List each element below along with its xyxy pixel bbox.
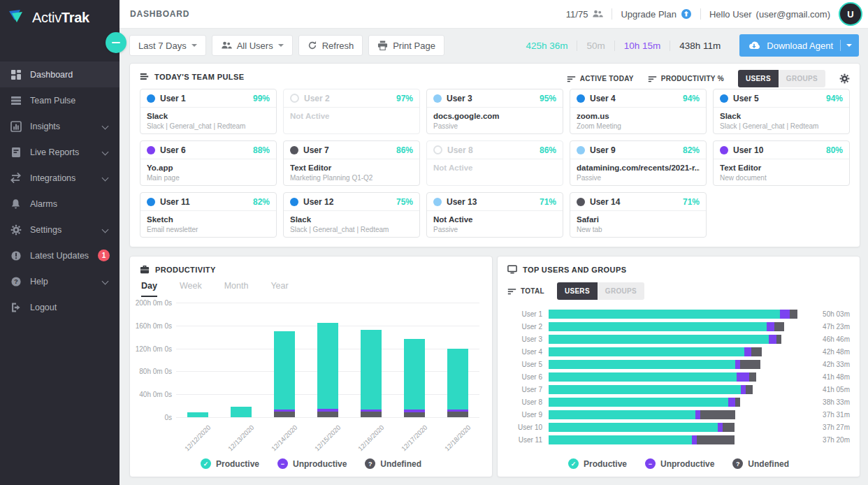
legend-unproductive-icon: − <box>645 458 656 469</box>
sidebar-item-team-pulse[interactable]: Team Pulse <box>0 87 120 113</box>
top-user-row[interactable]: User 838h 33m <box>507 398 850 407</box>
pulse-tile[interactable]: User 594%SlackSlack | General_chat | Red… <box>713 89 850 134</box>
refresh-label: Refresh <box>322 41 354 51</box>
upgrade-plan[interactable]: Upgrade Plan <box>621 8 692 20</box>
sidebar-item-logout[interactable]: Logout <box>0 294 120 320</box>
pulse-tile[interactable]: User 494%zoom.usZoom Meeting <box>570 89 707 134</box>
pulse-tile[interactable]: User 688%Yo.appMain page <box>140 140 277 186</box>
sidebar-item-live-reports[interactable]: Live Reports <box>0 139 120 165</box>
pulse-tile[interactable]: User 297%Not Active <box>283 89 420 134</box>
top-toggle-groups[interactable]: GROUPS <box>598 282 644 300</box>
tile-productivity-percent: 88% <box>253 145 270 155</box>
stacked-bar-12/15/2020[interactable] <box>317 323 338 417</box>
print-page-button[interactable]: Print Page <box>368 35 444 56</box>
pulse-toggle-users[interactable]: USERS <box>738 70 779 87</box>
sidebar-item-alarms[interactable]: Alarms <box>0 191 120 217</box>
active-today-sort[interactable]: ACTIVE TODAY <box>567 74 634 83</box>
pulse-tile[interactable]: User 886%Not Active <box>426 140 563 186</box>
pulse-tile[interactable]: User 982%datamining.com/recents/2021-r..… <box>570 140 707 186</box>
page-title: DASHBOARD <box>120 9 189 19</box>
tab-year[interactable]: Year <box>270 281 288 297</box>
download-agent-button[interactable]: Download Agent <box>739 34 859 57</box>
top-user-row[interactable]: User 150h 03m <box>507 310 850 319</box>
tile-activity-title: Sketch <box>147 215 270 224</box>
top-user-row[interactable]: User 1037h 27m <box>507 423 850 432</box>
bar-segment-unproductive <box>695 410 700 419</box>
tab-day[interactable]: Day <box>141 281 157 297</box>
header-divider <box>700 8 701 20</box>
svg-text:?: ? <box>14 277 18 285</box>
top-user-row[interactable]: User 442h 48m <box>507 347 850 356</box>
updates-badge: 1 <box>98 249 110 261</box>
bar-segment-undefined <box>749 372 757 382</box>
tile-header: User 1182% <box>140 193 276 211</box>
row-user-label: User 4 <box>507 348 542 356</box>
tile-productivity-percent: 97% <box>396 94 413 103</box>
chart-bars <box>176 303 479 417</box>
tile-user-name: User 13 <box>447 197 477 207</box>
tile-activity-subtitle: Slack | General_chat | Redteam <box>290 226 413 233</box>
sidebar-collapse-button[interactable] <box>106 32 126 53</box>
avatar[interactable]: U <box>839 2 862 26</box>
sidebar-item-latest-updates[interactable]: Latest Updates1 <box>0 243 120 268</box>
top-user-row[interactable]: User 346h 46m <box>507 335 850 344</box>
gear-icon[interactable] <box>839 73 850 84</box>
pulse-tile[interactable]: User 1080%Text EditorNew document <box>713 140 850 186</box>
tab-month[interactable]: Month <box>224 281 249 297</box>
pulse-tile[interactable]: User 1182%SketchEmail newsletter <box>140 192 277 238</box>
top-user-row[interactable]: User 937h 31m <box>507 410 850 419</box>
pulse-tile[interactable]: User 395%docs.google.comPassive <box>426 89 563 134</box>
date-range-select[interactable]: Last 7 Days <box>129 35 206 56</box>
dashboard-icon <box>10 68 22 80</box>
sidebar-item-settings[interactable]: Settings <box>0 217 120 243</box>
top-user-row[interactable]: User 641h 48m <box>507 372 850 382</box>
sidebar-item-dashboard[interactable]: Dashboard <box>0 61 120 87</box>
user-filter-select[interactable]: All Users <box>212 35 293 56</box>
sidebar-item-insights[interactable]: Insights <box>0 113 120 139</box>
logout-icon <box>10 301 22 313</box>
row-total-time: 50h 03m <box>813 310 850 318</box>
sidebar-item-help[interactable]: ?Help <box>0 268 120 294</box>
users-icon <box>221 41 232 50</box>
top-toggle-users[interactable]: USERS <box>557 282 598 300</box>
activtrak-logo[interactable]: ActivTrak <box>0 0 120 35</box>
tile-activity-subtitle: Slack | General_chat | Redteam <box>720 122 843 130</box>
legend-item-unproductive: −Unproductive <box>277 458 347 469</box>
user-greeting: Hello User (user@gmail.com) <box>709 9 830 20</box>
tab-week[interactable]: Week <box>180 281 202 297</box>
row-user-label: User 9 <box>507 411 542 419</box>
top-user-row[interactable]: User 542h 33m <box>507 360 850 369</box>
tile-activity-title: zoom.us <box>577 112 700 120</box>
stacked-bar-12/13/2020[interactable] <box>231 407 252 417</box>
pulse-card-title: TODAY'S TEAM PULSE <box>154 73 244 81</box>
sidebar-item-label: Insights <box>30 122 60 131</box>
cloud-download-icon <box>748 41 761 50</box>
pulse-tile[interactable]: User 1471%SafariNew tab <box>570 192 707 238</box>
pulse-tile[interactable]: User 199%SlackSlack | General_chat | Red… <box>140 89 277 134</box>
row-bar-track <box>549 347 807 356</box>
top-user-row[interactable]: User 247h 23m <box>507 322 850 331</box>
total-sort[interactable]: TOTAL <box>507 287 544 296</box>
productivity-tabs: DayWeekMonthYear <box>130 274 492 297</box>
top-user-row[interactable]: User 741h 05m <box>507 385 850 394</box>
productivity-sort[interactable]: PRODUCTIVITY % <box>648 74 724 83</box>
refresh-button[interactable]: Refresh <box>298 35 363 56</box>
stacked-bar-12/12/2020[interactable] <box>187 412 208 417</box>
chevron-down-icon <box>102 278 109 285</box>
pulse-tile[interactable]: User 786%Text EditorMarketing Planning Q… <box>283 140 420 186</box>
pulse-tile[interactable]: User 1371%Not ActivePassive <box>426 192 563 238</box>
stacked-bar-12/16/2020[interactable] <box>361 330 382 417</box>
tile-productivity-percent: 94% <box>683 94 700 103</box>
sidebar-item-integrations[interactable]: Integrations <box>0 165 120 191</box>
tile-header: User 199% <box>140 89 276 108</box>
tile-activity-subtitle: Slack | General_chat | Redteam <box>147 122 270 130</box>
stacked-bar-12/14/2020[interactable] <box>274 331 295 417</box>
y-axis-tick-label: 160h 0m 0s <box>136 322 172 330</box>
pulse-tile[interactable]: User 1275%SlackSlack | General_chat | Re… <box>283 192 420 238</box>
stacked-bar-12/17/2020[interactable] <box>404 339 425 417</box>
tile-productivity-percent: 75% <box>396 197 413 207</box>
tile-header: User 395% <box>427 89 563 108</box>
stacked-bar-12/18/2020[interactable] <box>447 349 468 417</box>
top-user-row[interactable]: User 1137h 20m <box>507 435 850 444</box>
pulse-toggle-groups[interactable]: GROUPS <box>779 70 825 87</box>
